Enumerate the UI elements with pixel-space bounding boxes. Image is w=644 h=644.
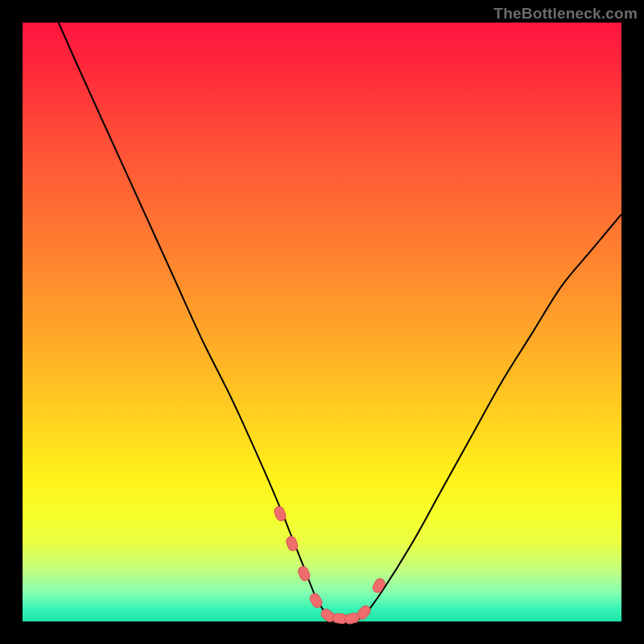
highlight-beads [273,505,386,625]
watermark-text: TheBottleneck.com [493,5,638,23]
chart-frame: TheBottleneck.com [0,0,644,644]
bottleneck-curve [59,23,621,622]
bead [371,577,386,595]
curve-layer [23,23,621,621]
